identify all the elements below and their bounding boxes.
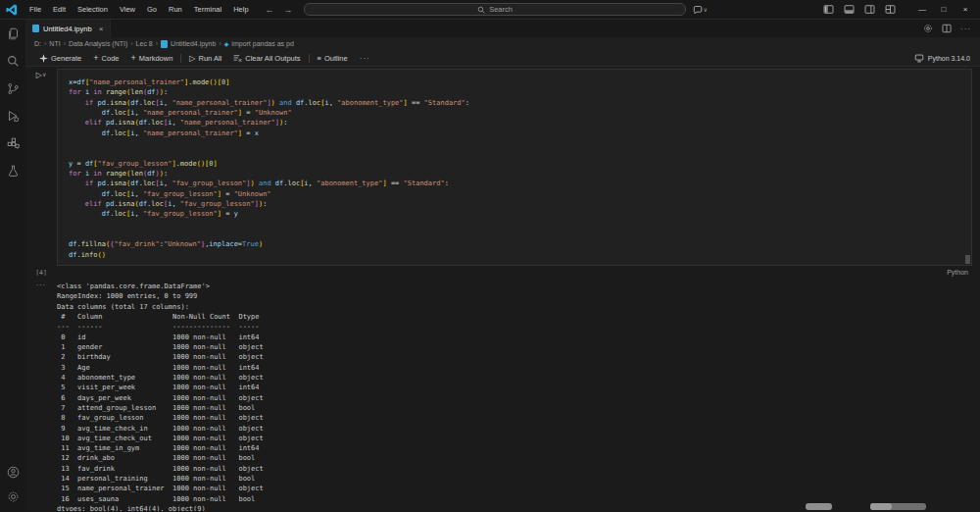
output-line: 11 avg_time_in_gym 1000 non-null int64: [57, 443, 980, 453]
generate-label: Generate: [51, 54, 81, 63]
output-line: 9 avg_time_check_in 1000 non-null object: [57, 424, 980, 434]
generate-button[interactable]: Generate: [33, 54, 87, 63]
run-debug-icon[interactable]: [7, 110, 20, 123]
tab-untitled4-ipynb[interactable]: Untitled4.ipynb ×: [25, 20, 111, 37]
output-line: 14 personal_training 1000 non-null bool: [57, 474, 980, 484]
outline-icon: ≡: [318, 54, 321, 63]
outline-button[interactable]: ≡ Outline: [312, 54, 354, 63]
close-button[interactable]: ×: [955, 5, 976, 14]
run-cell-dropdown-icon[interactable]: ∨: [42, 71, 46, 77]
search-view-icon[interactable]: [7, 55, 20, 68]
markdown-label: Markdown: [139, 54, 173, 63]
split-editor-icon[interactable]: [942, 24, 952, 33]
code-line: [69, 220, 971, 230]
run-all-label: Run All: [199, 54, 222, 63]
output-line: 3 Age 1000 non-null int64: [57, 363, 980, 373]
copilot-menu[interactable]: ∨: [693, 5, 708, 15]
more-icon: ···: [360, 54, 370, 63]
menu-file[interactable]: File: [24, 5, 47, 14]
breadcrumb-item[interactable]: NTI: [49, 40, 60, 47]
minimize-button[interactable]: —: [911, 5, 933, 14]
maximize-button[interactable]: □: [933, 5, 955, 14]
extensions-icon[interactable]: [7, 137, 20, 150]
code-line: for i in range(len(df)):: [69, 87, 971, 97]
output-line: 4 abonoment_type 1000 non-null object: [57, 373, 980, 383]
cell-language-label[interactable]: Python: [947, 269, 980, 276]
breadcrumb-separator: ›: [156, 40, 158, 47]
testing-icon[interactable]: [7, 165, 20, 178]
menu-help[interactable]: Help: [227, 5, 254, 14]
output-line: 1 gender 1000 non-null object: [57, 342, 980, 352]
breadcrumb-item[interactable]: D:: [34, 40, 41, 47]
cell-output: ··· <class 'pandas.core.frame.DataFrame'…: [25, 280, 980, 511]
breadcrumb-separator: ›: [219, 40, 220, 47]
nav-forward-icon[interactable]: →: [279, 5, 298, 15]
scrollbar-thumb[interactable]: [870, 503, 926, 510]
menu-view[interactable]: View: [114, 5, 141, 14]
breadcrumb-item[interactable]: Data Analysis (NTI): [69, 40, 127, 47]
kernel-icon: [914, 54, 924, 63]
sparkle-icon: [39, 54, 48, 63]
code-label: Code: [102, 54, 120, 63]
customize-layout-icon[interactable]: [885, 4, 896, 15]
execution-count: [4]: [25, 269, 57, 277]
search-icon: [477, 6, 485, 14]
command-center-search[interactable]: Search: [304, 3, 686, 16]
output-line: 12 drink_abo 1000 non-null bool: [57, 453, 980, 463]
run-all-button[interactable]: ▷ Run All: [183, 54, 227, 63]
code-line: y = df["fav_group_lesson"].mode()[0]: [69, 159, 971, 169]
add-code-cell-button[interactable]: + Code: [87, 53, 124, 63]
menu-go[interactable]: Go: [141, 5, 163, 14]
kernel-picker[interactable]: Python 3.14.0: [914, 54, 980, 63]
code-line: df.loc[i, "fav_group_lesson"] = y: [69, 209, 971, 219]
code-lines-container: x=df["name_personal_trainer"].mode()[0]f…: [69, 77, 971, 260]
output-line: 6 days_per_week 1000 non-null object: [57, 393, 980, 403]
clear-all-outputs-label: Clear All Outputs: [245, 54, 300, 63]
breadcrumb-item[interactable]: Untitled4.ipynb: [171, 40, 216, 47]
output-line: 13 fav_drink 1000 non-null object: [57, 464, 980, 474]
code-line: df.fillna({"fav_drink":"Unknown"},inplac…: [69, 239, 971, 249]
add-markdown-cell-button[interactable]: + Markdown: [124, 53, 178, 63]
cell-code-editor[interactable]: x=df["name_personal_trainer"].mode()[0]f…: [57, 69, 972, 266]
settings-gear-icon[interactable]: [7, 490, 20, 503]
clear-all-outputs-button[interactable]: Clear All Outputs: [227, 54, 306, 63]
run-cell-button[interactable]: ▷ ∨: [36, 71, 47, 79]
notebook-editor: ▷ ∨ x=df["name_personal_trainer"].mode()…: [25, 67, 980, 511]
output-line: 0 id 1000 non-null int64: [57, 333, 980, 342]
explorer-icon[interactable]: [7, 27, 20, 40]
search-placeholder: Search: [489, 5, 513, 14]
menu-edit[interactable]: Edit: [47, 5, 72, 14]
kernel-label: Python 3.14.0: [928, 55, 970, 62]
more-actions-icon[interactable]: ···: [960, 25, 971, 33]
output-line: Data columns (total 17 columns):: [57, 302, 980, 312]
scrollbar-thumb[interactable]: [806, 503, 832, 510]
breadcrumb-item[interactable]: import pandas as pd: [231, 40, 293, 47]
output-line: 8 fav_group_lesson 1000 non-null object: [57, 413, 980, 423]
code-line: if pd.isna(df.loc[i, "name_personal_trai…: [69, 98, 971, 108]
output-line: RangeIndex: 1000 entries, 0 to 999: [57, 291, 980, 301]
source-control-icon[interactable]: [7, 82, 20, 95]
menu-selection[interactable]: Selection: [72, 5, 114, 14]
breadcrumb: D:›NTI›Data Analysis (NTI)›Lec 8›Untitle…: [25, 37, 980, 50]
toggle-panel-icon[interactable]: [844, 4, 855, 15]
output-line: 10 avg_time_check_out 1000 non-null obje…: [57, 434, 980, 443]
code-line: df.loc[i, "name_personal_trainer"] = "Un…: [69, 108, 971, 118]
accounts-icon[interactable]: [7, 466, 20, 479]
editor-scrollbar-thumb[interactable]: [965, 255, 970, 264]
tab-close-icon[interactable]: ×: [99, 25, 104, 33]
vscode-logo-icon: [0, 4, 24, 16]
code-line: [69, 230, 971, 239]
menu-run[interactable]: Run: [163, 5, 188, 14]
output-more-actions-icon[interactable]: ···: [36, 282, 46, 289]
menu-terminal[interactable]: Terminal: [188, 5, 227, 14]
titlebar: FileEditSelectionViewGoRunTerminalHelp ←…: [0, 0, 980, 20]
configure-notebook-icon[interactable]: [923, 24, 933, 33]
breadcrumb-item[interactable]: Lec 8: [136, 40, 153, 47]
toggle-sidebar-right-icon[interactable]: [864, 4, 875, 15]
output-line: 15 name_personal_trainer 1000 non-null o…: [57, 484, 980, 493]
breadcrumb-separator: ›: [64, 40, 66, 47]
nav-back-icon[interactable]: ←: [261, 5, 279, 15]
breadcrumb-separator: ›: [44, 40, 46, 47]
toggle-sidebar-left-icon[interactable]: [823, 4, 834, 15]
toolbar-more-button[interactable]: ···: [354, 54, 376, 63]
